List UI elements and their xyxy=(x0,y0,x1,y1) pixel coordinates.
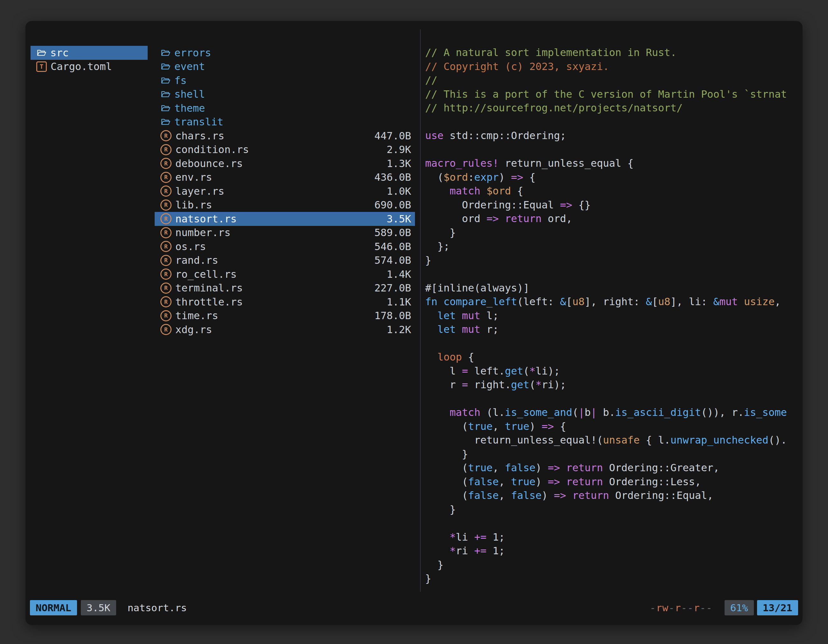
code-line: }; xyxy=(425,240,797,254)
code-line: // Copyright (c) 2023, sxyazi. xyxy=(425,60,797,74)
entry-name: rand.rs xyxy=(175,254,218,266)
entry-name: event xyxy=(174,60,205,72)
file-row-xdg-rs[interactable]: Rxdg.rs1.2K xyxy=(160,323,415,337)
dir-row-shell[interactable]: shell xyxy=(160,88,415,102)
file-row-condition-rs[interactable]: Rcondition.rs2.9K xyxy=(160,143,415,157)
file-row-env-rs[interactable]: Renv.rs436.0B xyxy=(160,171,415,185)
code-line: } xyxy=(425,558,797,572)
entry-size: 447.0B xyxy=(374,130,415,142)
code-line: } xyxy=(425,572,797,586)
entry-name: os.rs xyxy=(175,241,206,253)
dir-row-src[interactable]: src xyxy=(31,46,147,60)
code-line: r = right.get(*ri); xyxy=(425,378,797,392)
code-line: (false, true) => return Ordering::Less, xyxy=(425,475,797,489)
code-line: *li += 1; xyxy=(425,530,797,544)
code-line xyxy=(425,143,797,157)
entry-size: 178.0B xyxy=(374,310,415,322)
code-line: match $ord { xyxy=(425,184,797,198)
rust-icon: R xyxy=(160,172,171,183)
folder-icon xyxy=(36,48,47,58)
rust-icon: R xyxy=(160,282,171,294)
file-row-ro-cell-rs[interactable]: Rro_cell.rs1.4K xyxy=(160,267,415,281)
folder-icon xyxy=(160,117,171,127)
entry-size: 1.0K xyxy=(387,185,415,197)
entry-size: 3.5K xyxy=(387,213,415,225)
dir-row-theme[interactable]: theme xyxy=(160,101,415,115)
code-line: macro_rules! return_unless_equal { xyxy=(425,157,797,171)
entry-size: 1.3K xyxy=(387,158,415,169)
entry-name: layer.rs xyxy=(175,185,224,197)
code-line: l = left.get(*li); xyxy=(425,364,797,378)
file-row-rand-rs[interactable]: Rrand.rs574.0B xyxy=(160,254,415,268)
code-line: } xyxy=(425,503,797,517)
code-line: } xyxy=(425,447,797,461)
entry-name: shell xyxy=(174,88,205,100)
entry-name: lib.rs xyxy=(175,199,212,211)
entry-size: 1.1K xyxy=(387,296,415,308)
code-line: // A natural sort implementation in Rust… xyxy=(425,46,797,60)
entry-name: number.rs xyxy=(175,227,231,239)
dir-row-fs[interactable]: fs xyxy=(160,74,415,88)
file-row-terminal-rs[interactable]: Rterminal.rs227.0B xyxy=(160,281,415,295)
code-line: ($ord:expr) => { xyxy=(425,171,797,185)
file-row-chars-rs[interactable]: Rchars.rs447.0B xyxy=(160,129,415,143)
code-line: (true, true) => { xyxy=(425,420,797,434)
code-line: return_unless_equal!(unsafe { l.unwrap_u… xyxy=(425,433,797,447)
entry-name: translit xyxy=(174,116,223,128)
terminal-window: srcTCargo.toml errorseventfsshellthemetr… xyxy=(25,21,803,625)
mode-badge: NORMAL xyxy=(30,600,77,615)
entry-size: 1.4K xyxy=(387,268,415,280)
preview-pane: // A natural sort implementation in Rust… xyxy=(425,46,797,586)
rust-icon: R xyxy=(160,144,171,155)
code-line: #[inline(always)] xyxy=(425,281,797,295)
code-line: *ri += 1; xyxy=(425,544,797,558)
file-row-natsort-rs[interactable]: Rnatsort.rs3.5K xyxy=(155,212,415,226)
file-row-throttle-rs[interactable]: Rthrottle.rs1.1K xyxy=(160,295,415,309)
rust-icon: R xyxy=(160,227,171,238)
rust-icon: R xyxy=(160,158,171,169)
entry-name: Cargo.toml xyxy=(50,60,112,72)
file-row-debounce-rs[interactable]: Rdebounce.rs1.3K xyxy=(160,157,415,171)
entry-name: terminal.rs xyxy=(175,282,243,294)
status-filename: natsort.rs xyxy=(128,602,187,613)
folder-icon xyxy=(160,103,171,113)
file-row-time-rs[interactable]: Rtime.rs178.0B xyxy=(160,309,415,323)
dir-row-event[interactable]: event xyxy=(160,60,415,74)
folder-icon xyxy=(160,61,171,72)
rust-icon: R xyxy=(160,241,171,252)
dir-row-errors[interactable]: errors xyxy=(160,46,415,60)
file-row-number-rs[interactable]: Rnumber.rs589.0B xyxy=(160,226,415,240)
permissions-text: -rw-r--r-- xyxy=(650,602,712,613)
code-line xyxy=(425,392,797,406)
file-row-layer-rs[interactable]: Rlayer.rs1.0K xyxy=(160,184,415,198)
position-badge: 13/21 xyxy=(757,600,798,615)
code-line: use std::cmp::Ordering; xyxy=(425,129,797,143)
rust-icon: R xyxy=(160,255,171,266)
entry-size: 436.0B xyxy=(374,171,415,183)
file-row-os-rs[interactable]: Ros.rs546.0B xyxy=(160,240,415,254)
entry-size: 690.0B xyxy=(374,199,415,211)
code-line: let mut r; xyxy=(425,323,797,337)
code-line: (true, false) => return Ordering::Greate… xyxy=(425,461,797,475)
code-line: match (l.is_some_and(|b| b.is_ascii_digi… xyxy=(425,406,797,420)
code-line: Ordering::Equal => {} xyxy=(425,198,797,212)
entry-name: debounce.rs xyxy=(175,158,243,169)
folder-icon xyxy=(160,75,171,86)
folder-icon xyxy=(160,48,171,58)
entry-name: condition.rs xyxy=(175,144,249,155)
code-line: ord => return ord, xyxy=(425,212,797,226)
entry-name: env.rs xyxy=(175,171,212,183)
code-line xyxy=(425,115,797,129)
file-row-lib-rs[interactable]: Rlib.rs690.0B xyxy=(160,198,415,212)
entry-size: 574.0B xyxy=(374,254,415,266)
entry-name: theme xyxy=(174,102,205,114)
entry-name: src xyxy=(50,47,69,59)
entry-name: time.rs xyxy=(175,310,218,322)
entry-name: natsort.rs xyxy=(175,213,237,225)
code-line: fn compare_left(left: &[u8], right: &[u8… xyxy=(425,295,797,309)
dir-row-translit[interactable]: translit xyxy=(160,115,415,129)
rust-icon: R xyxy=(160,213,171,224)
code-line: } xyxy=(425,226,797,240)
file-size-badge: 3.5K xyxy=(81,600,116,615)
file-row-cargo-toml[interactable]: TCargo.toml xyxy=(36,60,147,74)
